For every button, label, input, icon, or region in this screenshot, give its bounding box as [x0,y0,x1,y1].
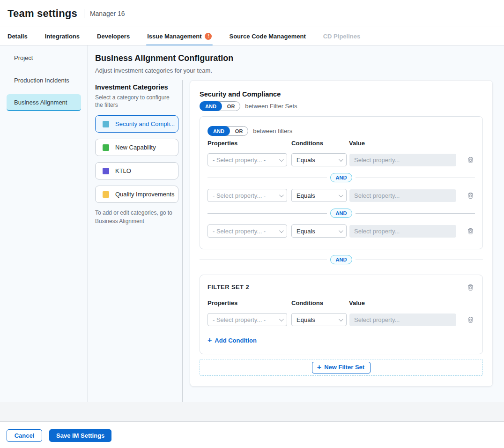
plus-icon: + [317,364,321,371]
investment-categories-column: Investment Categories Select a category … [95,80,183,402]
category-button-quality-improvements[interactable]: Quality Improvements [95,186,178,203]
chevron-down-icon [279,317,284,321]
and-connector-pill: AND [330,209,353,218]
filter-panel: Security and Compliance AND OR between F… [190,80,493,387]
trash-icon [467,284,474,291]
filter-set-2: FILTER SET 2 Properties Conditions Value… [200,275,483,354]
category-color-swatch [103,168,109,174]
tab-cd-pipelines: CD Pipelines [323,27,360,45]
new-filter-set-button[interactable]: + New Filter Set [312,362,371,373]
trash-icon [467,156,474,164]
property-select[interactable]: - Select property... - [208,153,287,166]
trash-icon [467,316,474,323]
filter-row: - Select property... - Equals [208,313,475,326]
chevron-down-icon [339,317,343,321]
page-subtitle: Adjust investment categories for your te… [95,67,493,74]
and-connector-pill: AND [330,255,353,264]
filter-set-2-title: FILTER SET 2 [208,284,249,291]
property-select[interactable]: - Select property... - [208,224,287,238]
category-button-ktlo[interactable]: KTLO [95,162,178,179]
filter-row: - Select property... - Equals [208,224,475,238]
categories-footnote: To add or edit categories, go to Busines… [95,209,178,225]
column-header-properties: Properties [208,140,291,147]
plus-icon: + [208,336,212,344]
app-subtitle: Manager 16 [90,10,125,17]
cancel-button[interactable]: Cancel [7,429,42,442]
category-button-security-and-compliance[interactable]: Security and Compli... [95,115,178,133]
property-select[interactable]: - Select property... - [208,313,287,326]
chevron-down-icon [279,193,284,197]
toggle-or[interactable]: OR [230,128,248,134]
delete-filter-set-button[interactable] [466,283,475,292]
category-list: Security and Compli... New Capability KT… [95,115,178,203]
filters-and-or-toggle[interactable]: AND OR [208,126,248,136]
between-filter-sets-label: between Filter Sets [245,103,297,110]
chevron-down-icon [339,157,343,162]
category-label: Quality Improvements [115,191,174,198]
title-separator [84,9,84,18]
condition-select[interactable]: Equals [291,189,347,202]
column-header-conditions: Conditions [291,299,349,306]
tab-bar: Details Integrations Developers Issue Ma… [0,27,504,45]
content-area: Project Production Incidents Business Al… [0,45,504,402]
chevron-down-icon [339,228,343,233]
column-header-conditions: Conditions [291,140,349,147]
page-title: Business Alignment Configuration [95,53,493,63]
delete-filter-button[interactable] [466,226,475,236]
chevron-down-icon [339,193,343,197]
category-button-new-capability[interactable]: New Capability [95,139,178,156]
sidebar-item-production-incidents[interactable]: Production Incidents [7,72,81,89]
tab-integrations[interactable]: Integrations [45,27,80,45]
value-input[interactable] [349,189,456,202]
main-area: Business Alignment Configuration Adjust … [88,45,504,402]
filter-row: - Select property... - Equals [208,189,475,202]
footer: Cancel Save IM Settings [0,422,504,448]
delete-filter-button[interactable] [466,191,475,200]
sidebar-item-project[interactable]: Project [7,49,81,66]
between-filters-label: between filters [253,127,292,134]
warning-badge-icon: ! [205,33,212,40]
chevron-down-icon [279,228,284,233]
toggle-and[interactable]: AND [200,101,222,111]
settings-side-nav: Project Production Incidents Business Al… [0,45,88,402]
condition-select[interactable]: Equals [291,153,347,166]
toggle-or[interactable]: OR [222,104,240,109]
trash-icon [467,227,474,235]
save-button[interactable]: Save IM Settings [49,429,111,442]
and-connector: AND [208,173,475,182]
condition-select[interactable]: Equals [291,224,347,238]
tab-developers[interactable]: Developers [97,27,130,45]
column-header-value: Value [349,299,365,306]
app-title: Team settings [7,7,77,20]
filter-sets-and-or-toggle[interactable]: AND OR [200,101,240,111]
column-header-value: Value [349,140,365,147]
investment-categories-hint: Select a category to configure the filte… [95,94,178,109]
tab-source-code-management[interactable]: Source Code Management [229,27,305,45]
delete-filter-button[interactable] [466,315,475,324]
value-input[interactable] [349,225,456,238]
column-header-properties: Properties [208,299,291,306]
category-color-swatch [103,121,109,127]
value-input[interactable] [349,154,456,166]
category-color-swatch [103,144,109,151]
new-filter-set-zone: + New Filter Set [200,359,483,376]
condition-select[interactable]: Equals [291,313,347,326]
tab-details[interactable]: Details [7,27,28,45]
panel-title: Security and Compliance [200,90,483,98]
property-select[interactable]: - Select property... - [208,189,287,202]
toggle-and[interactable]: AND [208,126,230,136]
footer-strip [0,402,504,422]
filter-row: - Select property... - Equals [208,153,475,166]
app-header: Team settings Manager 16 [0,0,504,27]
between-sets-and-connector: AND [200,255,483,264]
value-input[interactable] [349,314,456,326]
chevron-down-icon [279,157,284,162]
add-condition-button[interactable]: + Add Condition [208,336,257,344]
and-connector: AND [208,209,475,218]
tab-issue-management[interactable]: Issue Management ! [147,27,212,45]
category-label: New Capability [115,144,156,151]
sidebar-item-business-alignment[interactable]: Business Alignment [7,94,81,111]
category-color-swatch [103,191,109,198]
investment-categories-title: Investment Categories [95,83,178,91]
delete-filter-button[interactable] [466,155,475,164]
